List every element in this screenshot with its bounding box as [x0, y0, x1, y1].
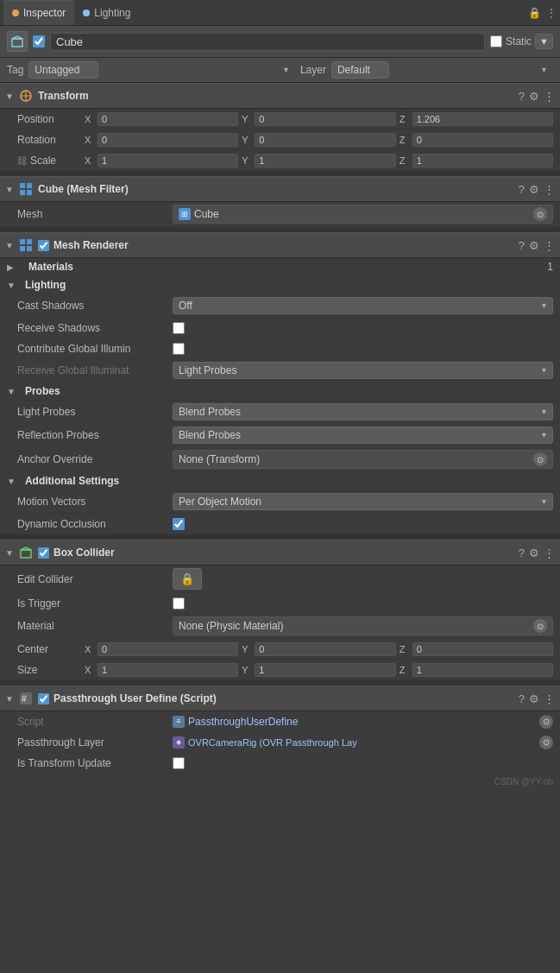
mesh-select-button[interactable]: ⊙: [533, 207, 547, 221]
additional-settings-header[interactable]: ▼ Additional Settings: [0, 472, 560, 490]
materials-arrow: ▶: [7, 262, 14, 272]
scale-fields: X Y Z: [85, 154, 553, 167]
center-z-input[interactable]: [412, 642, 553, 656]
mesh-filter-more-icon[interactable]: ⋮: [544, 183, 555, 196]
receive-global-row: Receive Global Illuminat Light Probes: [0, 359, 560, 382]
transform-settings-icon[interactable]: ⚙: [529, 90, 539, 103]
passthrough-help-icon[interactable]: ?: [519, 692, 525, 705]
rot-z-input[interactable]: [412, 133, 553, 147]
is-transform-checkbox[interactable]: [173, 757, 185, 769]
mesh-renderer-title: Mesh Renderer: [53, 239, 514, 251]
materials-count: 1: [547, 261, 553, 273]
tag-select[interactable]: Untagged: [28, 61, 98, 79]
mesh-renderer-help-icon[interactable]: ?: [519, 239, 525, 252]
scale-link-icon: ⛓: [17, 155, 27, 166]
static-checkbox[interactable]: [490, 35, 502, 47]
size-x-input[interactable]: [98, 663, 238, 677]
scale-label-wrap: ⛓Scale: [7, 155, 85, 167]
receive-shadows-checkbox[interactable]: [173, 322, 185, 334]
center-x-input[interactable]: [98, 642, 238, 656]
center-y-input[interactable]: [255, 642, 395, 656]
pos-y-input[interactable]: [255, 112, 395, 126]
passthrough-layer-icon: ◈: [173, 736, 185, 749]
transform-help-icon[interactable]: ?: [519, 90, 525, 103]
rot-x-input[interactable]: [98, 133, 238, 147]
tab-inspector[interactable]: Inspector: [3, 0, 74, 25]
scale-z-label: Z: [400, 155, 410, 166]
materials-row[interactable]: ▶ Materials 1: [0, 258, 560, 276]
is-trigger-checkbox[interactable]: [173, 597, 185, 610]
center-y-label: Y: [242, 644, 252, 654]
receive-shadows-label: Receive Shadows: [17, 322, 173, 334]
passthrough-more-icon[interactable]: ⋮: [544, 692, 555, 705]
dynamic-occlusion-label: Dynamic Occlusion: [17, 518, 173, 530]
anchor-override-text: None (Transform): [179, 453, 260, 465]
transform-more-icon[interactable]: ⋮: [544, 90, 555, 103]
box-collider-settings-icon[interactable]: ⚙: [529, 547, 539, 559]
light-probes-label: Light Probes: [17, 406, 173, 418]
lock-icon[interactable]: 🔒: [528, 7, 541, 19]
scale-x-input[interactable]: [98, 154, 238, 167]
passthrough-script-enabled-checkbox[interactable]: [38, 693, 49, 704]
is-transform-value: [173, 757, 553, 769]
reflection-probes-select[interactable]: Blend Probes: [173, 426, 553, 444]
mesh-filter-header[interactable]: ▼ Cube (Mesh Filter) ? ⚙ ⋮: [0, 176, 560, 202]
layer-select[interactable]: Default: [331, 61, 389, 79]
scale-label: Scale: [30, 155, 56, 167]
pos-x-input[interactable]: [98, 112, 238, 126]
passthrough-script-header[interactable]: ▼ # Passthrough User Define (Script) ? ⚙…: [0, 686, 560, 711]
dynamic-occlusion-checkbox[interactable]: [173, 518, 185, 530]
probes-arrow: ▼: [7, 387, 16, 396]
passthrough-layer-select-button[interactable]: ⊙: [539, 736, 553, 749]
box-collider-header[interactable]: ▼ Box Collider ? ⚙ ⋮: [0, 540, 560, 565]
mesh-renderer-header[interactable]: ▼ Mesh Renderer ? ⚙ ⋮: [0, 232, 560, 258]
motion-vectors-select[interactable]: Per Object Motion: [173, 493, 553, 510]
contribute-gi-checkbox[interactable]: [173, 343, 185, 355]
dynamic-occlusion-row: Dynamic Occlusion: [0, 514, 560, 534]
receive-global-select[interactable]: Light Probes: [173, 362, 553, 379]
mesh-renderer-more-icon[interactable]: ⋮: [544, 239, 555, 252]
rot-y-input[interactable]: [255, 133, 395, 147]
transform-section-header[interactable]: ▼ Transform ? ⚙ ⋮: [0, 83, 560, 109]
rotation-label: Rotation: [7, 134, 85, 146]
lighting-subsection-header[interactable]: ▼ Lighting: [0, 276, 560, 294]
edit-collider-button[interactable]: 🔒: [173, 568, 202, 590]
probes-subsection-header[interactable]: ▼ Probes: [0, 382, 560, 401]
mesh-renderer-settings-icon[interactable]: ⚙: [529, 239, 539, 252]
object-name-input[interactable]: [50, 33, 485, 51]
passthrough-settings-icon[interactable]: ⚙: [529, 692, 539, 705]
mesh-filter-help-icon[interactable]: ?: [519, 183, 525, 196]
lighting-arrow: ▼: [7, 281, 16, 290]
size-z-input[interactable]: [412, 663, 553, 677]
scale-z-input[interactable]: [412, 154, 553, 167]
script-select-button[interactable]: ⊙: [539, 715, 553, 729]
box-collider-help-icon[interactable]: ?: [519, 547, 525, 559]
tab-lighting[interactable]: Lighting: [74, 0, 139, 25]
mesh-value: ⊞ Cube ⊙: [173, 205, 553, 224]
box-collider-enabled-checkbox[interactable]: [38, 547, 49, 559]
collider-material-select-button[interactable]: ⊙: [533, 619, 547, 633]
motion-vectors-value: Per Object Motion: [173, 493, 553, 510]
motion-vectors-row: Motion Vectors Per Object Motion: [0, 490, 560, 514]
more-icon[interactable]: ⋮: [546, 7, 557, 19]
static-row: Static ▼: [490, 34, 553, 49]
box-collider-more-icon[interactable]: ⋮: [544, 547, 555, 559]
lighting-dot: [83, 9, 90, 16]
anchor-override-select-button[interactable]: ⊙: [533, 452, 547, 466]
scale-y-input[interactable]: [255, 154, 395, 167]
mesh-value-container: ⊞ Cube ⊙: [173, 205, 553, 224]
mesh-filter-settings-icon[interactable]: ⚙: [529, 183, 539, 196]
center-fields: X Y Z: [85, 642, 553, 656]
receive-shadows-value: [173, 322, 553, 334]
script-label: Script: [17, 716, 173, 728]
static-dropdown-button[interactable]: ▼: [535, 34, 553, 49]
cast-shadows-select[interactable]: Off: [173, 297, 553, 314]
object-active-checkbox[interactable]: [33, 35, 45, 47]
light-probes-row: Light Probes Blend Probes: [0, 401, 560, 424]
mesh-grid-icon: ⊞: [179, 208, 191, 220]
pos-z-input[interactable]: [412, 112, 553, 126]
size-y-input[interactable]: [255, 663, 395, 677]
size-z-label: Z: [400, 665, 410, 675]
mesh-renderer-enabled-checkbox[interactable]: [38, 240, 49, 251]
light-probes-select[interactable]: Blend Probes: [173, 403, 553, 420]
